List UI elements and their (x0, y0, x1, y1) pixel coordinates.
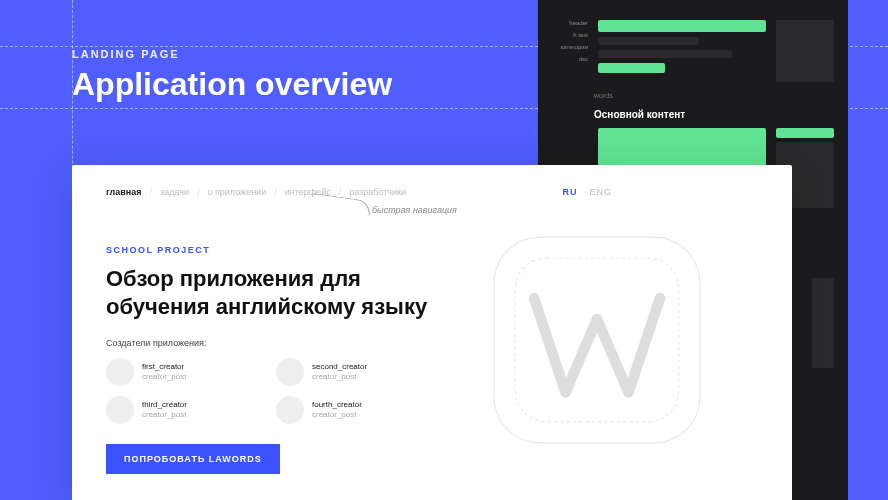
creator-name: first_creator (142, 362, 186, 372)
creator-role: creator_post (312, 410, 362, 420)
creator-role: creator_post (142, 372, 186, 382)
creator-item: second_creator creator_post (276, 358, 426, 386)
nav-separator: / (274, 187, 277, 197)
creator-item: first_creator creator_post (106, 358, 256, 386)
avatar (276, 396, 304, 424)
hero-headline: Обзор приложения для обучения английском… (106, 265, 466, 320)
spec-block (812, 278, 834, 368)
spec-block (598, 37, 699, 45)
spec-label: dsc (579, 56, 588, 62)
lang-ru[interactable]: RU (562, 187, 577, 197)
nav-item-tasks[interactable]: задачи (160, 187, 189, 197)
spec-block (598, 20, 766, 32)
nav-separator: / (197, 187, 200, 197)
annotation-note: быстрая навигация (372, 205, 457, 215)
svg-rect-1 (515, 258, 679, 422)
cta-button[interactable]: ПОПРОБОВАТЬ LAWORDS (106, 444, 280, 474)
spec-subtitle: words (594, 92, 834, 99)
creator-name: second_creator (312, 362, 367, 372)
avatar (106, 358, 134, 386)
nav-separator: / (149, 187, 152, 197)
lang-switcher: RU ENG (562, 187, 612, 197)
top-nav: главная / задачи / о приложении / интерф… (106, 187, 758, 197)
page-eyebrow: LANDING PAGE (72, 48, 392, 60)
creator-item: third_creator creator_post (106, 396, 256, 424)
spec-label: header (569, 20, 588, 26)
landing-card: главная / задачи / о приложении / интерф… (72, 165, 792, 500)
creator-name: third_creator (142, 400, 187, 410)
creator-item: fourth_creator creator_post (276, 396, 426, 424)
nav-item-about[interactable]: о приложении (207, 187, 266, 197)
spec-section-title: Основной контент (594, 109, 834, 120)
spec-block (598, 50, 732, 58)
page-title: Application overview (72, 66, 392, 103)
creator-role: creator_post (312, 372, 367, 382)
creator-name: fourth_creator (312, 400, 362, 410)
lang-en[interactable]: ENG (589, 187, 612, 197)
avatar (276, 358, 304, 386)
creator-role: creator_post (142, 410, 187, 420)
spec-label: категории (561, 44, 588, 50)
spec-label: h text (573, 32, 588, 38)
nav-item-home[interactable]: главная (106, 187, 141, 197)
svg-rect-0 (494, 237, 700, 443)
nav-separator: / (339, 187, 342, 197)
logo-wireframe (492, 235, 702, 445)
avatar (106, 396, 134, 424)
spec-block (776, 20, 834, 82)
spec-block (598, 63, 665, 73)
nav-item-devs[interactable]: разработчики (349, 187, 406, 197)
spec-block (776, 128, 834, 138)
